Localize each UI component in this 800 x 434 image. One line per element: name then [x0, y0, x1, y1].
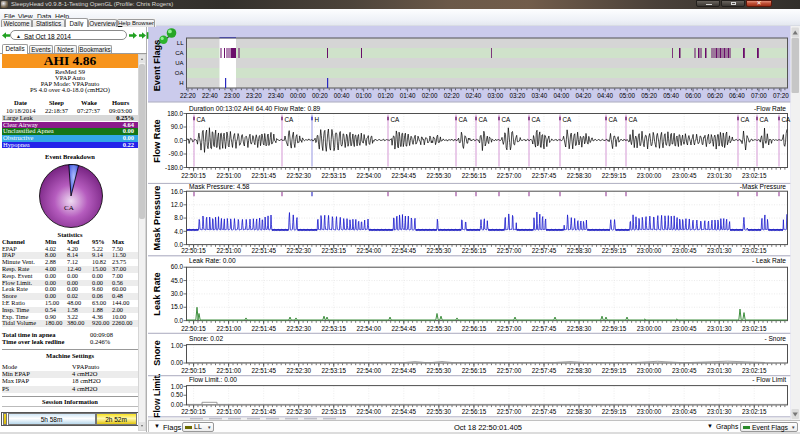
- svg-text:23:01:30: 23:01:30: [707, 408, 732, 415]
- svg-text:05:40: 05:40: [663, 92, 679, 99]
- svg-text:22:59:15: 22:59:15: [602, 325, 627, 332]
- svg-text:22:53:15: 22:53:15: [322, 172, 347, 179]
- svg-text:22:50:15: 22:50:15: [181, 367, 206, 374]
- svg-text:23:01:30: 23:01:30: [707, 325, 732, 332]
- svg-text:01:00: 01:00: [356, 92, 372, 99]
- svg-text:CA: CA: [629, 116, 639, 123]
- svg-text:22:58:30: 22:58:30: [567, 247, 592, 254]
- svg-text:07:20: 07:20: [773, 92, 789, 99]
- svg-text:22:57:45: 22:57:45: [532, 408, 557, 415]
- svg-text:CA: CA: [391, 116, 401, 123]
- svg-text:CA: CA: [502, 116, 512, 123]
- svg-text:OA: OA: [175, 70, 184, 76]
- svg-text:04:20: 04:20: [575, 92, 591, 99]
- svg-text:23:00:45: 23:00:45: [672, 325, 697, 332]
- svg-text:05:00: 05:00: [619, 92, 635, 99]
- svg-text:22:51:45: 22:51:45: [251, 247, 276, 254]
- svg-text:22:58:30: 22:58:30: [567, 325, 592, 332]
- svg-text:00:40: 00:40: [334, 92, 350, 99]
- svg-text:0.0: 0.0: [174, 137, 183, 144]
- svg-text:22:54:45: 22:54:45: [392, 325, 417, 332]
- svg-text:22:54:45: 22:54:45: [392, 367, 417, 374]
- svg-text:23:02:15: 23:02:15: [742, 325, 767, 332]
- svg-text:22:57:45: 22:57:45: [532, 247, 557, 254]
- svg-text:22:54:00: 22:54:00: [357, 408, 382, 415]
- svg-text:4.0: 4.0: [174, 228, 183, 235]
- svg-text:LL: LL: [177, 40, 184, 46]
- svg-text:Snore: 0.02: Snore: 0.02: [189, 335, 223, 342]
- svg-text:04:40: 04:40: [597, 92, 613, 99]
- svg-text:03:20: 03:20: [510, 92, 526, 99]
- svg-text:8.0: 8.0: [174, 214, 183, 221]
- svg-text:22:51:00: 22:51:00: [216, 325, 241, 332]
- svg-text:22:56:15: 22:56:15: [462, 247, 487, 254]
- svg-text:22:40: 22:40: [202, 92, 218, 99]
- svg-text:03:40: 03:40: [531, 92, 547, 99]
- svg-text:-90.0: -90.0: [169, 150, 184, 157]
- svg-text:06:40: 06:40: [729, 92, 745, 99]
- svg-text:22:52:30: 22:52:30: [286, 172, 311, 179]
- svg-text:02:00: 02:00: [422, 92, 438, 99]
- svg-text:22:52:30: 22:52:30: [286, 408, 311, 415]
- svg-text:22:56:15: 22:56:15: [462, 367, 487, 374]
- svg-text:22:55:30: 22:55:30: [427, 367, 452, 374]
- svg-text:00:20: 00:20: [312, 92, 328, 99]
- svg-text:22:54:00: 22:54:00: [357, 172, 382, 179]
- svg-text:Mask Pressure: Mask Pressure: [152, 186, 162, 251]
- svg-text:22:54:00: 22:54:00: [357, 325, 382, 332]
- svg-text:0.0: 0.0: [174, 317, 183, 324]
- svg-text:Flow Limit.: Flow Limit.: [152, 373, 162, 417]
- svg-text:-180.0: -180.0: [165, 164, 183, 171]
- svg-text:22:56:15: 22:56:15: [462, 325, 487, 332]
- svg-text:23:20: 23:20: [246, 92, 262, 99]
- svg-text:23:00:00: 23:00:00: [637, 367, 662, 374]
- svg-text:23:00:45: 23:00:45: [672, 367, 697, 374]
- svg-text:02:40: 02:40: [466, 92, 482, 99]
- svg-text:Flow Rate: Flow Rate: [152, 119, 162, 162]
- svg-text:01:20: 01:20: [378, 92, 394, 99]
- svg-text:15.0: 15.0: [171, 303, 184, 310]
- svg-text:22:57:45: 22:57:45: [532, 172, 557, 179]
- svg-text:22:57:00: 22:57:00: [497, 247, 522, 254]
- svg-text:CA: CA: [760, 116, 770, 123]
- svg-text:-Flow Rate: -Flow Rate: [754, 105, 786, 112]
- svg-text:23:02:15: 23:02:15: [742, 367, 767, 374]
- svg-text:22:51:45: 22:51:45: [251, 408, 276, 415]
- svg-text:06:20: 06:20: [707, 92, 723, 99]
- svg-text:30.0: 30.0: [171, 290, 184, 297]
- svg-text:23:00:45: 23:00:45: [672, 408, 697, 415]
- svg-text:CA: CA: [197, 116, 207, 123]
- svg-text:22:20: 22:20: [180, 92, 196, 99]
- svg-text:22:56:15: 22:56:15: [462, 172, 487, 179]
- svg-text:23:00:00: 23:00:00: [637, 172, 662, 179]
- svg-text:CA: CA: [609, 116, 619, 123]
- svg-text:22:53:15: 22:53:15: [322, 367, 347, 374]
- svg-text:23:01:30: 23:01:30: [707, 172, 732, 179]
- svg-text:22:52:30: 22:52:30: [286, 247, 311, 254]
- svg-text:22:54:45: 22:54:45: [392, 247, 417, 254]
- svg-text:22:57:00: 22:57:00: [497, 408, 522, 415]
- svg-text:23:00: 23:00: [224, 92, 240, 99]
- svg-text:180.0: 180.0: [167, 110, 183, 117]
- svg-text:22:50:15: 22:50:15: [181, 172, 206, 179]
- svg-text:90.0: 90.0: [171, 123, 184, 130]
- svg-text:04:00: 04:00: [553, 92, 569, 99]
- svg-text:22:57:00: 22:57:00: [497, 367, 522, 374]
- svg-text:22:52:30: 22:52:30: [286, 325, 311, 332]
- svg-text:23:00:00: 23:00:00: [637, 408, 662, 415]
- svg-text:16.0: 16.0: [171, 188, 184, 195]
- svg-text:22:51:00: 22:51:00: [216, 408, 241, 415]
- svg-text:H: H: [315, 116, 320, 123]
- svg-text:- Flow Limit: - Flow Limit: [752, 376, 786, 383]
- svg-text:23:02:15: 23:02:15: [742, 408, 767, 415]
- svg-text:22:59:15: 22:59:15: [602, 408, 627, 415]
- svg-text:23:02:15: 23:02:15: [742, 247, 767, 254]
- svg-text:22:51:00: 22:51:00: [216, 367, 241, 374]
- svg-text:22:58:30: 22:58:30: [567, 172, 592, 179]
- svg-text:23:00:00: 23:00:00: [637, 325, 662, 332]
- svg-text:23:01:30: 23:01:30: [707, 367, 732, 374]
- svg-text:UA: UA: [175, 60, 183, 66]
- svg-text:23:01:30: 23:01:30: [707, 247, 732, 254]
- svg-text:22:51:45: 22:51:45: [251, 367, 276, 374]
- svg-text:07:00: 07:00: [751, 92, 767, 99]
